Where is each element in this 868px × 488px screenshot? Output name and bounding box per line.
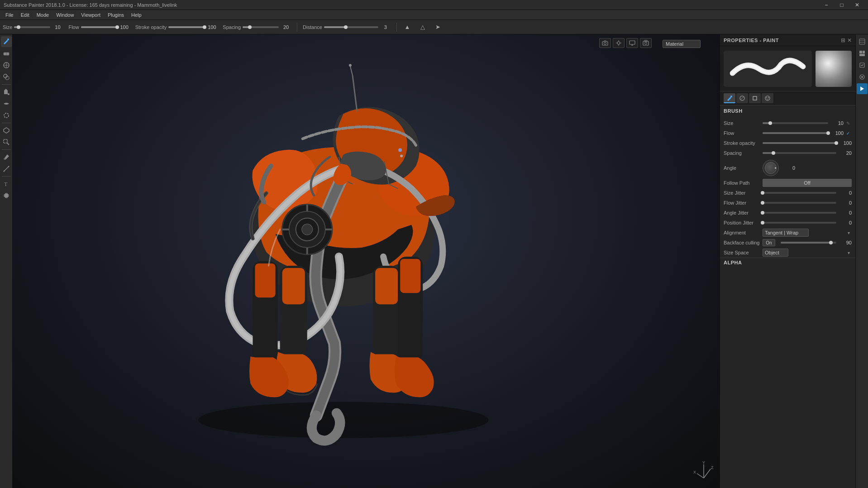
props-expand-icon[interactable]: ⊞	[841, 37, 845, 43]
far-right-tool-2[interactable]	[857, 48, 868, 59]
far-right-tool-1[interactable]	[857, 36, 868, 47]
viewport[interactable]: MaterialBase ColorRoughnessMetallicNorma…	[13, 34, 720, 488]
close-button[interactable]: ✕	[850, 0, 864, 10]
tool-clone[interactable]	[1, 72, 12, 82]
size-prop-value: 10	[831, 120, 844, 126]
tool-erase[interactable]	[1, 48, 12, 59]
tool-smear[interactable]	[1, 98, 12, 109]
toolbar-mountain-btn[interactable]: ▲	[402, 22, 412, 32]
menu-item-viewport[interactable]: Viewport	[77, 11, 104, 19]
tool-measure[interactable]	[1, 163, 12, 174]
distance-slider-wrap[interactable]	[324, 26, 378, 28]
size-space-select[interactable]: Object Screen World	[763, 249, 788, 257]
size-edit-icon[interactable]: ✎	[846, 121, 852, 126]
svg-line-15	[4, 171, 5, 172]
tool-eyedropper[interactable]	[1, 152, 12, 163]
menu-item-window[interactable]: Window	[52, 11, 77, 19]
size-space-row: Size Space Object Screen World	[720, 248, 855, 258]
tab-material[interactable]	[736, 93, 748, 103]
toolbar-arrow-btn[interactable]: ➤	[433, 22, 443, 32]
tool-separator-3	[2, 149, 11, 150]
tab-stencil[interactable]	[749, 93, 761, 103]
size-slider-wrap[interactable]	[14, 26, 50, 28]
alignment-select[interactable]: Tangent | Wrap Tangent | Clamp UV World	[763, 229, 809, 237]
properties-header-buttons: ⊞ ✕	[841, 37, 852, 43]
flow-prop-slider[interactable]	[763, 130, 828, 136]
toolbar-mountain2-btn[interactable]: △	[418, 22, 428, 32]
menu-item-edit[interactable]: Edit	[17, 11, 33, 19]
svg-text:X: X	[693, 470, 696, 474]
brush-preview	[720, 46, 855, 91]
svg-point-44	[617, 42, 620, 44]
tool-paint[interactable]	[1, 36, 12, 47]
display-icon[interactable]	[626, 38, 638, 48]
alignment-select-container[interactable]: Tangent | Wrap Tangent | Clamp UV World	[763, 229, 852, 237]
tool-blur[interactable]	[1, 110, 12, 121]
backface-slider[interactable]	[781, 239, 836, 246]
far-right-tool-4[interactable]	[857, 72, 868, 82]
stroke-opacity-group: Stroke opacity 100	[135, 24, 218, 30]
angle-dial[interactable]	[763, 160, 779, 176]
svg-rect-28	[400, 259, 420, 293]
tool-projection[interactable]	[1, 60, 12, 71]
size-slider[interactable]	[14, 26, 50, 28]
stroke-opacity-slider[interactable]	[168, 26, 205, 28]
follow-path-button[interactable]: Off	[763, 179, 852, 187]
tab-effects[interactable]	[762, 93, 773, 103]
minimize-button[interactable]: −	[819, 0, 834, 10]
flow-group: Flow 100	[68, 24, 129, 30]
position-jitter-label: Position Jitter	[724, 220, 760, 225]
stroke-opacity-prop-value: 100	[839, 140, 852, 146]
position-jitter-slider[interactable]	[763, 220, 836, 226]
tool-polygon[interactable]	[1, 125, 12, 136]
titlebar-title: Substance Painter 2018.1.0 - License: 16…	[4, 2, 177, 8]
tool-select[interactable]	[1, 137, 12, 148]
stroke-opacity-slider-wrap[interactable]	[168, 26, 205, 28]
flow-slider[interactable]	[81, 26, 117, 28]
tool-settings[interactable]	[1, 190, 12, 201]
backface-on-button[interactable]: On	[763, 239, 775, 246]
properties-scroll[interactable]: BRUSH Size 10 ✎ Flow	[720, 105, 855, 488]
spacing-slider-wrap[interactable]	[243, 26, 279, 28]
svg-point-67	[768, 97, 769, 98]
svg-rect-49	[630, 41, 635, 44]
svg-point-0	[7, 38, 9, 40]
light-icon[interactable]	[613, 38, 625, 48]
maximize-button[interactable]: □	[835, 0, 849, 10]
camera-icon[interactable]	[599, 38, 611, 48]
far-right-tool-5[interactable]	[857, 83, 868, 94]
menu-item-file[interactable]: File	[2, 11, 17, 19]
flow-prop-value: 100	[831, 130, 844, 136]
stroke-opacity-prop-label: Stroke opacity	[724, 140, 760, 146]
flow-check-icon[interactable]: ✓	[846, 131, 852, 136]
tab-brush[interactable]	[724, 93, 735, 103]
alignment-row: Alignment Tangent | Wrap Tangent | Clamp…	[720, 228, 855, 238]
size-space-select-container[interactable]: Object Screen World	[763, 249, 852, 257]
distance-slider[interactable]	[324, 26, 378, 28]
spacing-track	[763, 152, 836, 154]
mammoth-scene	[13, 34, 720, 488]
menu-item-help[interactable]: Help	[128, 11, 145, 19]
flow-jitter-row: Flow Jitter 0	[720, 198, 855, 208]
flow-slider-wrap[interactable]	[81, 26, 117, 28]
menu-item-mode[interactable]: Mode	[33, 11, 53, 19]
size-group: Size 10	[3, 24, 63, 30]
toolbar: Size 10 Flow 100 Stroke opacity 100	[0, 20, 868, 34]
props-close-icon[interactable]: ✕	[847, 37, 852, 43]
svg-marker-10	[4, 128, 9, 133]
angle-dial-container[interactable]: 0	[763, 160, 852, 176]
menu-item-plugins[interactable]: Plugins	[104, 11, 128, 19]
viewport-icons	[599, 38, 652, 48]
size-prop-slider[interactable]	[763, 120, 828, 126]
far-right-tool-3[interactable]	[857, 60, 868, 71]
flow-jitter-slider[interactable]	[763, 200, 836, 206]
tool-text[interactable]: T	[1, 178, 12, 189]
stroke-opacity-prop-slider[interactable]	[763, 140, 836, 146]
spacing-prop-slider[interactable]	[763, 150, 836, 156]
size-jitter-slider[interactable]	[763, 190, 836, 196]
material-dropdown[interactable]: MaterialBase ColorRoughnessMetallicNorma…	[663, 40, 701, 48]
tool-fill[interactable]	[1, 86, 12, 97]
screenshot-icon[interactable]	[640, 38, 652, 48]
angle-jitter-slider[interactable]	[763, 210, 836, 216]
spacing-slider[interactable]	[243, 26, 279, 28]
